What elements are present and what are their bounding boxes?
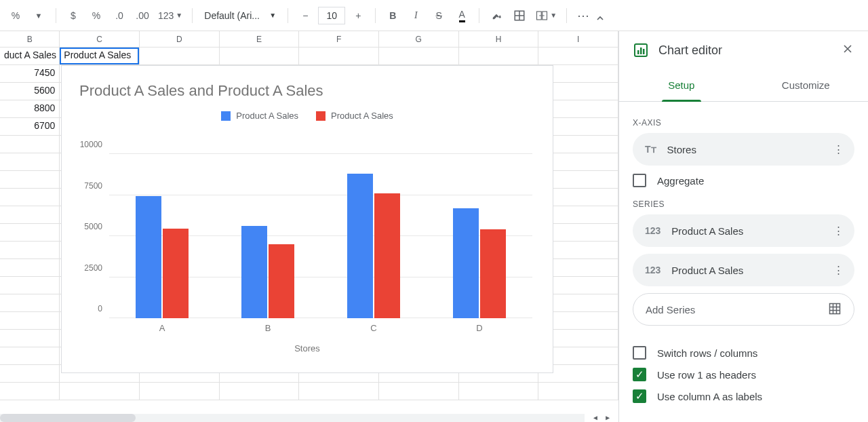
series-2-more-button[interactable]: ⋮ [833, 264, 844, 276]
text-type-icon: Tᴛ [645, 144, 656, 155]
aggregate-label: Aggregate [657, 175, 704, 187]
chart-x-axis-label: Stores [62, 343, 553, 353]
number-type-icon: 123 [645, 265, 660, 275]
col-head-b[interactable]: B [0, 31, 60, 47]
col-head-f[interactable]: F [299, 31, 379, 47]
cell-b4[interactable]: 8800 [0, 100, 60, 118]
horizontal-scrollbar[interactable] [0, 414, 585, 422]
chart-legend: Product A Sales Product A Sales [62, 105, 553, 126]
column-headers: B C D E F G H I [0, 31, 618, 47]
dropdown-icon[interactable]: ▼ [28, 5, 49, 26]
use-row1-headers-checkbox[interactable]: ✓ [633, 368, 646, 381]
bold-button[interactable]: B [382, 5, 403, 26]
series-1-name: Product A Sales [671, 225, 743, 237]
col-head-h[interactable]: H [459, 31, 539, 47]
strikethrough-button[interactable]: S [429, 5, 449, 26]
svg-rect-6 [637, 50, 639, 54]
chart-title: Product A Sales and Product A Sales [62, 66, 553, 105]
use-colA-labels-checkbox[interactable]: ✓ [633, 389, 646, 403]
fill-color-button[interactable] [486, 5, 507, 26]
decrease-decimal-button[interactable]: .0 [109, 5, 130, 26]
svg-rect-8 [643, 49, 645, 54]
cell-b2[interactable]: 7450 [0, 65, 60, 83]
percent-format-button-2[interactable]: % [86, 5, 106, 26]
cell-d1[interactable] [140, 47, 220, 65]
chart-plot-area: 025005000750010000ABCD [109, 154, 532, 318]
series-1-more-button[interactable]: ⋮ [833, 225, 844, 237]
italic-button[interactable]: I [406, 5, 426, 26]
percent-format-button[interactable]: % [5, 5, 26, 26]
tab-customize[interactable]: Customize [744, 69, 869, 101]
borders-button[interactable] [509, 5, 530, 26]
tab-setup[interactable]: Setup [619, 69, 744, 101]
increase-decimal-button[interactable]: .00 [132, 5, 153, 26]
xaxis-section-label: X-AXIS [633, 118, 854, 128]
chart-editor-icon [633, 42, 649, 58]
sheet-nav-arrows[interactable]: ◄ ► [585, 413, 618, 422]
series-2-pill[interactable]: 123 Product A Sales ⋮ [633, 254, 854, 286]
colA-labels-label: Use column A as labels [657, 391, 762, 402]
xaxis-field-pill[interactable]: Tᴛ Stores ⋮ [633, 133, 854, 166]
legend-label-1: Product A Sales [236, 111, 298, 121]
font-family-select[interactable]: Default (Ari...▼ [199, 5, 281, 26]
select-range-icon[interactable] [828, 302, 842, 318]
close-panel-button[interactable] [841, 42, 854, 58]
col-head-i[interactable]: I [538, 31, 618, 47]
col-head-g[interactable]: G [379, 31, 459, 47]
cell-c1[interactable]: Product A Sales [60, 47, 140, 65]
row1-headers-label: Use row 1 as headers [657, 369, 756, 381]
switch-rows-label: Switch rows / columns [657, 347, 757, 359]
font-size-decrease[interactable]: − [295, 5, 315, 26]
font-size-input[interactable] [318, 7, 345, 24]
currency-format-button[interactable]: $ [63, 5, 83, 26]
merge-cells-button[interactable]: ▼ [532, 5, 559, 26]
chart-editor-panel: Chart editor Setup Customize X-AXIS Tᴛ S… [618, 31, 868, 422]
col-head-c[interactable]: C [60, 31, 140, 47]
series-2-name: Product A Sales [671, 265, 743, 276]
xaxis-field-name: Stores [667, 144, 696, 155]
switch-rows-cols-checkbox[interactable] [633, 346, 646, 360]
panel-title: Chart editor [658, 43, 831, 58]
col-head-e[interactable]: E [220, 31, 300, 47]
text-color-button[interactable]: A [452, 5, 472, 26]
xaxis-more-button[interactable]: ⋮ [833, 143, 844, 155]
collapse-toolbar-button[interactable] [590, 8, 610, 28]
col-head-d[interactable]: D [140, 31, 220, 47]
spreadsheet-grid[interactable]: B C D E F G H I duct A Sales Product A S… [0, 31, 618, 422]
embedded-chart[interactable]: Product A Sales and Product A Sales Prod… [61, 65, 553, 373]
cell-b1[interactable]: duct A Sales [0, 47, 60, 65]
series-section-label: SERIES [633, 199, 854, 209]
cell-b3[interactable]: 5600 [0, 83, 60, 100]
legend-label-2: Product A Sales [331, 111, 393, 121]
legend-swatch-2 [316, 111, 326, 121]
number-format-button[interactable]: 123▼ [155, 5, 185, 26]
number-type-icon: 123 [645, 225, 660, 236]
formatting-toolbar: % ▼ $ % .0 .00 123▼ Default (Ari...▼ − +… [0, 0, 868, 31]
add-series-button[interactable]: Add Series [633, 293, 854, 326]
aggregate-checkbox[interactable] [633, 174, 646, 187]
svg-rect-9 [830, 303, 840, 313]
cell-b5[interactable]: 6700 [0, 118, 60, 136]
series-1-pill[interactable]: 123 Product A Sales ⋮ [633, 214, 854, 247]
legend-swatch-1 [221, 111, 231, 121]
svg-rect-7 [640, 47, 642, 54]
font-size-increase[interactable]: + [348, 5, 368, 26]
